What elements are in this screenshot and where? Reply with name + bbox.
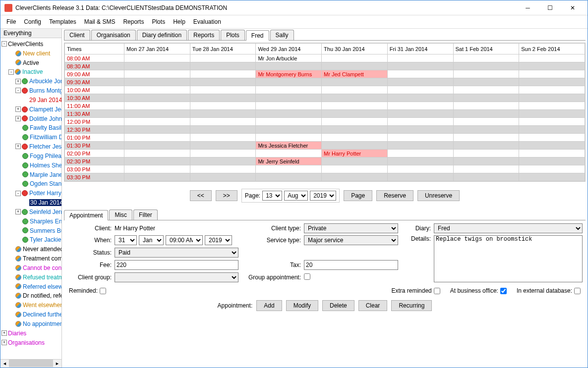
diary-cell[interactable] <box>519 118 585 126</box>
diary-cell[interactable] <box>387 54 453 62</box>
tree-toggle[interactable]: + <box>15 79 21 84</box>
modify-button[interactable]: Modify <box>286 300 318 311</box>
diary-cell[interactable] <box>453 78 519 86</box>
delete-button[interactable]: Delete <box>322 300 354 311</box>
diary-cell[interactable] <box>322 94 388 102</box>
diary-cell[interactable]: Mr Jed Clampett <box>322 70 388 78</box>
tree-item[interactable]: Dolittle John <box>29 115 61 122</box>
diary-cell[interactable] <box>387 86 453 94</box>
diary-header[interactable]: Sat 1 Feb 2014 <box>453 44 519 54</box>
diary-cell[interactable] <box>124 165 190 173</box>
scroll-left-icon[interactable]: ◄ <box>0 360 9 368</box>
diary-cell[interactable] <box>256 62 322 70</box>
diary-cell[interactable] <box>453 62 519 70</box>
fee-input[interactable] <box>115 260 238 270</box>
diary-cell[interactable] <box>387 165 453 173</box>
diary-cell[interactable] <box>519 165 585 173</box>
client-group-select[interactable] <box>115 272 238 282</box>
external-checkbox[interactable] <box>574 288 581 294</box>
menu-evaluation[interactable]: Evaluation <box>189 16 225 27</box>
diary-cell[interactable] <box>124 126 190 134</box>
tree-item[interactable]: Ogden Stan & Hilda <box>30 180 61 187</box>
group-appt-checkbox[interactable] <box>304 273 310 280</box>
diary-cell[interactable] <box>519 158 585 165</box>
diary-cell[interactable] <box>124 118 190 126</box>
page-button[interactable]: Page <box>344 190 372 201</box>
tree-item[interactable]: Clampett Jed <box>29 106 61 113</box>
diary-cell[interactable] <box>124 54 190 62</box>
diary-cell[interactable] <box>322 134 388 142</box>
diary-cell[interactable] <box>519 62 585 70</box>
tab-plots[interactable]: Plots <box>221 30 245 40</box>
diary-cell[interactable] <box>256 150 322 158</box>
bottom-tab-misc[interactable]: Misc <box>109 210 132 220</box>
tree-item[interactable]: Diaries <box>8 330 26 337</box>
tree-toggle[interactable]: - <box>1 41 7 47</box>
diary-select[interactable]: Fred <box>434 223 583 233</box>
tree-item[interactable]: Active <box>23 59 39 66</box>
tree-item[interactable]: Summers Buffy <box>30 227 61 234</box>
unreserve-button[interactable]: Unreserve <box>417 190 460 201</box>
tree-toggle[interactable]: + <box>15 209 21 214</box>
diary-cell[interactable] <box>190 86 256 94</box>
tax-input[interactable] <box>304 260 398 270</box>
menu-file[interactable]: File <box>2 16 20 27</box>
diary-cell[interactable] <box>256 134 322 142</box>
diary-cell[interactable] <box>190 102 256 110</box>
diary-cell[interactable] <box>190 134 256 142</box>
diary-cell[interactable] <box>124 150 190 158</box>
diary-cell[interactable] <box>387 62 453 70</box>
diary-cell[interactable] <box>453 165 519 173</box>
tree-toggle[interactable]: - <box>15 191 21 196</box>
diary-cell[interactable] <box>322 86 388 94</box>
diary-cell[interactable] <box>519 173 585 181</box>
bottom-tab-appointment[interactable]: Appointment <box>64 210 108 220</box>
diary-cell[interactable] <box>190 110 256 118</box>
menu-plots[interactable]: Plots <box>148 16 169 27</box>
diary-header[interactable]: Times <box>65 44 124 54</box>
diary-cell[interactable] <box>322 165 388 173</box>
tree-toggle[interactable]: + <box>15 116 21 121</box>
tree-toggle[interactable]: + <box>15 106 21 112</box>
diary-cell[interactable]: Mr Montgomery Burns <box>256 70 322 78</box>
tree-item[interactable]: Treatment complete <box>23 255 61 262</box>
tree-item[interactable]: Inactive <box>22 68 43 75</box>
diary-cell[interactable] <box>453 110 519 118</box>
client-type-select[interactable]: Private <box>304 223 398 233</box>
tree-toggle[interactable]: - <box>8 69 14 75</box>
diary-cell[interactable] <box>387 110 453 118</box>
diary-cell[interactable] <box>519 70 585 78</box>
diary-cell[interactable] <box>124 70 190 78</box>
diary-cell[interactable] <box>256 118 322 126</box>
tree-item[interactable]: Seinfeld Jerry <box>29 209 61 215</box>
reminded-checkbox[interactable] <box>100 288 106 294</box>
diary-cell[interactable] <box>519 78 585 86</box>
diary-cell[interactable] <box>256 110 322 118</box>
diary-cell[interactable] <box>519 102 585 110</box>
diary-cell[interactable] <box>519 150 585 158</box>
diary-cell[interactable] <box>256 94 322 102</box>
tab-fred[interactable]: Fred <box>246 30 269 41</box>
diary-cell[interactable] <box>387 118 453 126</box>
diary-cell[interactable] <box>190 165 256 173</box>
diary-cell[interactable] <box>453 126 519 134</box>
tree-item[interactable]: Referred elsewhere <box>23 283 61 290</box>
tree-item[interactable]: No appointments made <box>23 320 61 327</box>
diary-cell[interactable] <box>387 173 453 181</box>
diary-cell[interactable] <box>387 126 453 134</box>
diary-cell[interactable] <box>190 126 256 134</box>
tree-item[interactable]: Declined further treatment <box>23 311 61 318</box>
maximize-button[interactable]: ☐ <box>539 1 561 15</box>
tree-item[interactable]: Fogg Phileas <box>30 153 61 159</box>
diary-cell[interactable] <box>453 158 519 165</box>
details-textarea[interactable]: Replace twigs on broomstick <box>434 235 583 282</box>
tab-reports[interactable]: Reports <box>188 30 220 40</box>
menu-help[interactable]: Help <box>169 16 189 27</box>
diary-cell[interactable] <box>124 102 190 110</box>
diary-cell[interactable] <box>322 78 388 86</box>
diary-cell[interactable] <box>124 142 190 150</box>
tree-item[interactable]: Cannot be contacted <box>23 264 61 271</box>
diary-cell[interactable] <box>322 158 388 165</box>
when-time-select[interactable]: 09:00 AM <box>166 235 203 245</box>
tree-item[interactable]: Fletcher Jessica <box>29 143 61 150</box>
